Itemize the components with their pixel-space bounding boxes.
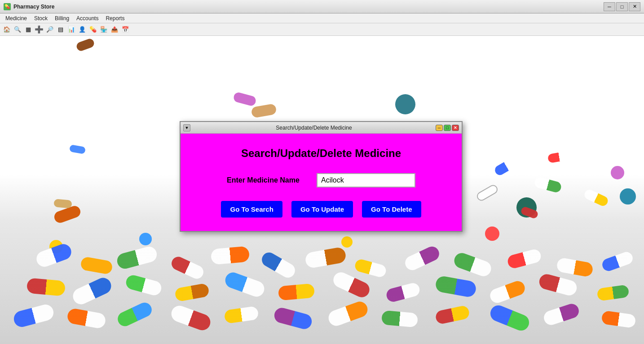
dialog-arrow-button[interactable]: ▼ (183, 124, 190, 131)
capsule-25 (278, 283, 315, 301)
capsule-50 (542, 302, 581, 327)
capsule-21 (71, 275, 114, 307)
capsule-r2 (534, 176, 562, 194)
home-icon[interactable]: 🏠 (2, 25, 12, 35)
capsule-6 (259, 250, 297, 280)
capsule-11 (506, 248, 542, 270)
capsule-49 (488, 303, 532, 333)
capsule-29 (488, 279, 527, 305)
menu-billing[interactable]: Billing (51, 14, 73, 22)
capsule-27 (385, 282, 421, 303)
capsule-22 (124, 274, 163, 297)
zoom-icon[interactable]: 🔎 (45, 25, 55, 35)
capsule-23 (174, 283, 210, 302)
round-pill-3 (341, 236, 353, 248)
app-title: Pharmacy Store (13, 4, 604, 10)
minimize-button[interactable]: ─ (604, 2, 615, 11)
capsule-51 (601, 310, 636, 328)
dialog-minimize-button[interactable]: ─ (436, 125, 443, 131)
capsule-7 (304, 246, 347, 269)
capsule-r3 (547, 151, 571, 163)
capsule-45 (273, 306, 313, 331)
capsule-4 (169, 255, 206, 281)
capsule-10 (452, 251, 494, 278)
title-bar: 💊 Pharmacy Store ─ □ ✕ (0, 0, 644, 13)
dialog-close-button[interactable]: ✕ (452, 125, 459, 131)
dialog-controls: ─ □ ✕ (436, 125, 459, 131)
capsule-40 (12, 303, 55, 329)
capsule-28 (435, 275, 477, 298)
round-pill-r2 (620, 188, 636, 205)
capsule-24 (223, 270, 267, 299)
toolbar: 🏠 🔍 ▦ ➕ 🔎 ▤ 📊 👤 💊 🏪 📤 📅 (0, 23, 644, 36)
pill-5 (69, 144, 86, 154)
table-icon[interactable]: ▤ (56, 25, 66, 35)
pill-3 (251, 103, 277, 118)
app-icon: 💊 (4, 3, 11, 10)
dialog-heading: Search/Update/Delete Medicine (194, 147, 448, 160)
capsule-12 (556, 257, 594, 277)
capsule-13 (600, 250, 634, 273)
user-icon[interactable]: 👤 (77, 25, 87, 35)
capsule-2 (80, 256, 113, 275)
capsule-20 (26, 278, 66, 296)
capsule-30 (538, 273, 578, 297)
window-controls: ─ □ ✕ (604, 2, 640, 11)
capsule-41 (66, 308, 107, 329)
capsule-26 (331, 270, 372, 300)
grid-icon[interactable]: ▦ (23, 25, 33, 35)
dialog-body: Search/Update/Delete Medicine Enter Medi… (181, 134, 462, 231)
dialog-action-buttons: Go To Search Go To Update Go To Delete (194, 201, 448, 218)
medicine-name-input[interactable] (317, 173, 415, 187)
go-to-update-button[interactable]: Go To Update (291, 201, 353, 218)
dialog-maximize-button[interactable]: □ (444, 125, 451, 131)
capsule-r1 (493, 156, 520, 177)
pill-7 (53, 199, 72, 208)
menu-reports[interactable]: Reports (102, 14, 128, 22)
capsule-31 (596, 284, 629, 301)
capsule-5 (211, 246, 250, 265)
chart1-icon[interactable]: 📊 (66, 25, 76, 35)
go-to-search-button[interactable]: Go To Search (221, 201, 282, 218)
round-pill-r1 (611, 166, 624, 179)
search-update-delete-dialog: ▼ Search/Update/Delete Medicine ─ □ ✕ Se… (180, 121, 463, 232)
capsule-8 (354, 258, 388, 278)
capsule-43 (169, 304, 213, 333)
dialog-title-bar: ▼ Search/Update/Delete Medicine ─ □ ✕ (181, 122, 462, 134)
capsule-46 (326, 300, 370, 328)
form-row: Enter Medicine Name (194, 173, 448, 187)
pill-1 (75, 38, 95, 52)
store-icon[interactable]: 🏪 (99, 25, 109, 35)
pill-icon[interactable]: 💊 (88, 25, 98, 35)
go-to-delete-button[interactable]: Go To Delete (362, 201, 421, 218)
capsule-9 (403, 244, 441, 273)
capsule-44 (224, 306, 259, 324)
close-button[interactable]: ✕ (629, 2, 640, 11)
menu-accounts[interactable]: Accounts (73, 14, 102, 22)
round-pill-1 (139, 233, 152, 245)
dialog-title: Search/Update/Delete Medicine (192, 125, 436, 131)
add-icon[interactable]: ➕ (34, 25, 44, 35)
pill-4 (395, 94, 415, 114)
maximize-button[interactable]: □ (616, 2, 628, 11)
menu-stock[interactable]: Stock (31, 14, 51, 22)
pill-9 (475, 183, 499, 202)
medicine-name-label: Enter Medicine Name (227, 176, 308, 184)
capsule-r4 (583, 188, 609, 207)
capsule-48 (435, 305, 471, 325)
capsule-3 (115, 245, 159, 270)
search-icon[interactable]: 🔍 (13, 25, 22, 35)
round-pill-2 (485, 226, 499, 241)
menu-bar: Medicine Stock Billing Accounts Reports (0, 13, 644, 23)
capsule-47 (381, 310, 418, 328)
export-icon[interactable]: 📤 (110, 25, 119, 35)
pill-2 (233, 91, 257, 107)
menu-medicine[interactable]: Medicine (2, 14, 31, 22)
calendar-icon[interactable]: 📅 (120, 25, 130, 35)
capsule-42 (115, 300, 154, 329)
